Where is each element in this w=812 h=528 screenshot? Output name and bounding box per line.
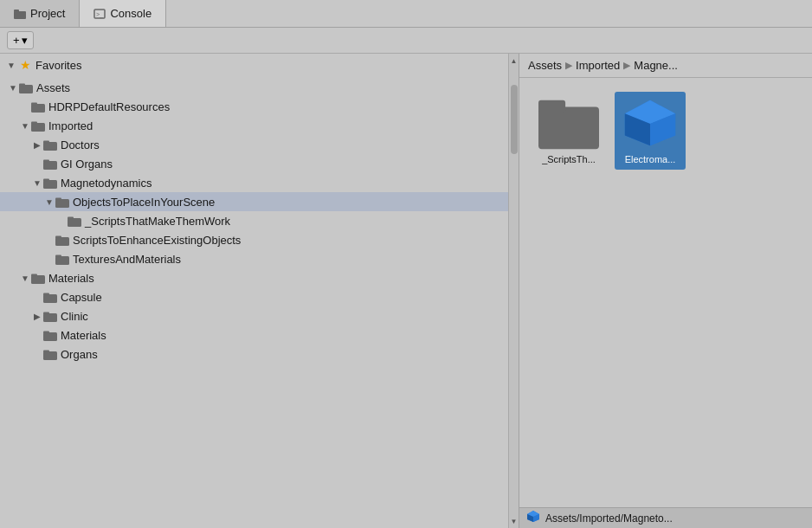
svg-rect-9 (31, 121, 37, 124)
tree-item-materials-sub[interactable]: Materials (0, 325, 519, 344)
favorites-star-icon: ★ (20, 58, 31, 72)
scripts-make-label: _ScriptsThatMakeThemWork (85, 215, 230, 228)
svg-rect-19 (68, 216, 74, 219)
scroll-down-arrow[interactable]: ▼ (509, 514, 519, 528)
svg-rect-0 (14, 11, 26, 19)
file-grid: _ScriptsTh... Electroma... (519, 78, 812, 507)
svg-rect-33 (43, 350, 49, 352)
left-panel-scrollbar[interactable]: ▲ ▼ (508, 54, 519, 528)
add-dropdown-arrow: ▾ (22, 34, 28, 47)
add-plus: + (13, 34, 20, 47)
assets-folder-icon (19, 81, 33, 93)
breadcrumb-imported[interactable]: Imported (576, 59, 620, 72)
electroma-label: Electroma... (625, 154, 676, 164)
tree-item-doctors[interactable]: ▶ Doctors (0, 135, 519, 154)
svg-rect-29 (43, 312, 49, 314)
favorites-arrow: ▼ (7, 61, 16, 70)
materials-arrow: ▼ (19, 274, 31, 283)
right-panel: Assets ▶ Imported ▶ Magne... _ScriptsTh.… (519, 54, 812, 528)
imported-label: Imported (48, 119, 93, 132)
tree-item-textures[interactable]: TexturesAndMaterials (0, 249, 519, 268)
svg-rect-11 (43, 140, 49, 143)
materials-sub-folder-icon (43, 329, 57, 341)
tree-item-imported[interactable]: ▼ Imported (0, 116, 519, 135)
scroll-thumb[interactable] (511, 85, 518, 154)
status-bar: Assets/Imported/Magneto... (519, 507, 812, 528)
status-text: Assets/Imported/Magneto... (545, 512, 673, 525)
tab-project-label: Project (30, 7, 65, 20)
svg-rect-7 (31, 102, 37, 105)
add-button[interactable]: + ▾ (7, 31, 34, 49)
assets-arrow: ▼ (7, 83, 19, 93)
tree-item-magnetodynamics[interactable]: ▼ Magnetodynamics (0, 173, 519, 192)
textures-folder-icon (55, 253, 69, 265)
svg-rect-31 (43, 331, 49, 333)
doctors-label: Doctors (61, 138, 100, 151)
breadcrumb-sep-1: ▶ (565, 60, 572, 71)
file-item-electroma[interactable]: Electroma... (615, 92, 686, 170)
folder-icon (14, 8, 26, 20)
doctors-folder-icon (43, 138, 57, 151)
tree: ▼ Assets HDRPDefaultResources ▼ (0, 76, 519, 528)
svg-text:>_: >_ (96, 11, 103, 18)
status-cube-icon (526, 510, 540, 526)
main-content: ▼ ★ Favorites ▼ Assets HDRPDefaultResour… (0, 54, 812, 528)
console-icon: >_ (93, 8, 106, 20)
favorites-header[interactable]: ▼ ★ Favorites (0, 54, 519, 76)
tree-item-clinic[interactable]: ▶ Clinic (0, 306, 519, 325)
left-panel: ▼ ★ Favorites ▼ Assets HDRPDefaultResour… (0, 54, 519, 528)
textures-label: TexturesAndMaterials (73, 253, 181, 266)
objects-arrow: ▼ (43, 197, 55, 207)
tree-item-gi-organs[interactable]: GI Organs (0, 154, 519, 173)
breadcrumb-magneto[interactable]: Magne... (634, 59, 678, 72)
organs-label: Organs (61, 348, 98, 361)
tree-item-scripts-enhance[interactable]: ScriptsToEnhanceExistingObjects (0, 230, 519, 249)
hdrp-label: HDRPDefaultResources (48, 100, 170, 113)
imported-arrow: ▼ (19, 121, 31, 131)
scripts-th-icon (538, 97, 599, 149)
svg-rect-21 (55, 235, 61, 238)
capsule-label: Capsule (61, 291, 102, 304)
tree-item-organs[interactable]: Organs (0, 344, 519, 364)
tree-item-capsule[interactable]: Capsule (0, 287, 519, 306)
magneto-folder-icon (43, 177, 57, 189)
svg-rect-5 (19, 83, 25, 86)
svg-rect-27 (43, 293, 49, 295)
svg-rect-17 (55, 197, 61, 200)
tab-console[interactable]: >_ Console (80, 0, 166, 27)
scripts-th-label: _ScriptsTh... (542, 154, 596, 164)
assets-label: Assets (36, 81, 70, 94)
materials-label: Materials (48, 272, 94, 285)
toolbar: + ▾ (0, 28, 812, 54)
scripts-enhance-label: ScriptsToEnhanceExistingObjects (73, 234, 241, 247)
scripts-enhance-folder-icon (55, 234, 69, 246)
objects-label: ObjectsToPlaceInYourScene (73, 196, 215, 209)
hdrp-folder-icon (31, 100, 45, 113)
tree-item-scripts-make[interactable]: _ScriptsThatMakeThemWork (0, 211, 519, 230)
tab-project[interactable]: Project (0, 0, 80, 27)
tree-item-assets[interactable]: ▼ Assets (0, 78, 519, 97)
magneto-label: Magnetodynamics (61, 177, 152, 190)
capsule-folder-icon (43, 291, 57, 303)
doctors-arrow: ▶ (31, 140, 43, 150)
tree-item-hdrp[interactable]: HDRPDefaultResources (0, 97, 519, 116)
clinic-label: Clinic (61, 310, 88, 323)
svg-rect-15 (43, 178, 49, 181)
imported-folder-icon (31, 119, 45, 132)
breadcrumb-assets[interactable]: Assets (528, 59, 562, 72)
svg-rect-35 (538, 100, 565, 113)
tree-item-objects-to-place[interactable]: ▼ ObjectsToPlaceInYourScene (0, 192, 519, 211)
clinic-folder-icon (43, 310, 57, 322)
gi-folder-icon (43, 158, 57, 170)
breadcrumb-sep-2: ▶ (623, 60, 630, 71)
scroll-up-arrow[interactable]: ▲ (509, 54, 519, 68)
gi-label: GI Organs (61, 158, 113, 171)
tab-bar: Project >_ Console (0, 0, 812, 28)
file-item-scripts-th[interactable]: _ScriptsTh... (533, 92, 604, 170)
svg-rect-25 (31, 274, 37, 276)
favorites-label: Favorites (35, 59, 81, 72)
clinic-arrow: ▶ (31, 312, 43, 321)
tab-console-label: Console (110, 7, 151, 20)
electroma-icon (620, 97, 680, 149)
tree-item-materials[interactable]: ▼ Materials (0, 268, 519, 287)
